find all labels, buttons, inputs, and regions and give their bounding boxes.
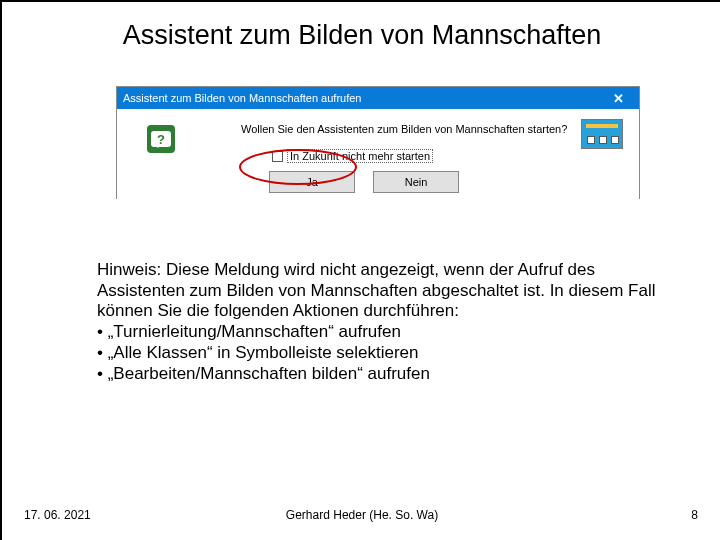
note-bullet: • „Bearbeiten/Mannschaften bilden“ aufru… xyxy=(97,364,657,385)
close-icon: ✕ xyxy=(613,92,624,105)
checkbox-label: In Zukunft nicht mehr starten xyxy=(287,149,433,163)
close-button[interactable]: ✕ xyxy=(601,89,635,107)
note-line: Assistenten zum Bilden von Mannschaften … xyxy=(97,281,657,302)
dialog-buttons: Ja Nein xyxy=(269,171,459,193)
note-text: Hinweis: Diese Meldung wird nicht angeze… xyxy=(97,260,657,384)
note-bullet: • „Alle Klassen“ in Symbolleiste selekti… xyxy=(97,343,657,364)
dialog-body: ? Wollen Sie den Assistenten zum Bilden … xyxy=(117,109,639,200)
dialog-window: Assistent zum Bilden von Mannschaften au… xyxy=(116,86,640,199)
dialog-titlebar-text: Assistent zum Bilden von Mannschaften au… xyxy=(123,92,361,104)
dialog-message: Wollen Sie den Assistenten zum Bilden vo… xyxy=(241,123,567,135)
no-button[interactable]: Nein xyxy=(373,171,459,193)
note-line: Hinweis: Diese Meldung wird nicht angeze… xyxy=(97,260,657,281)
note-bullet: • „Turnierleitung/Mannschaften“ aufrufen xyxy=(97,322,657,343)
slide: Assistent zum Bilden von Mannschaften As… xyxy=(2,2,720,540)
checkbox-icon xyxy=(272,151,283,162)
dialog-titlebar: Assistent zum Bilden von Mannschaften au… xyxy=(117,87,639,109)
app-icon xyxy=(581,119,623,149)
page-title: Assistent zum Bilden von Mannschaften xyxy=(2,20,720,51)
question-glyph: ? xyxy=(151,131,171,147)
footer-page: 8 xyxy=(691,508,698,522)
no-button-label: Nein xyxy=(405,176,428,188)
question-icon: ? xyxy=(147,125,175,153)
yes-button-label: Ja xyxy=(306,176,318,188)
dont-show-checkbox[interactable]: In Zukunft nicht mehr starten xyxy=(272,149,433,163)
footer-author: Gerhard Heder (He. So. Wa) xyxy=(2,508,720,522)
yes-button[interactable]: Ja xyxy=(269,171,355,193)
note-line: können Sie die folgenden Aktionen durchf… xyxy=(97,301,657,322)
